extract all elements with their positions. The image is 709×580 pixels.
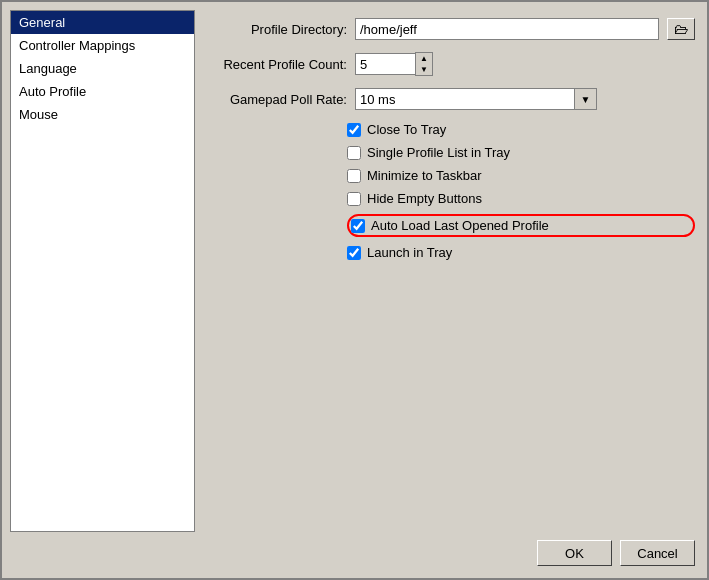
cancel-button[interactable]: Cancel (620, 540, 695, 566)
sidebar-item-language[interactable]: Language (11, 57, 194, 80)
recent-profile-count-row: Recent Profile Count: ▲ ▼ (207, 52, 695, 76)
sidebar-item-mouse[interactable]: Mouse (11, 103, 194, 126)
checkbox-close-to-tray[interactable]: Close To Tray (347, 122, 695, 137)
settings-dialog: General Controller Mappings Language Aut… (0, 0, 709, 580)
gamepad-poll-rate-select[interactable]: 10 ms 20 ms 5 ms 1 ms (355, 88, 575, 110)
profile-directory-label: Profile Directory: (207, 22, 347, 37)
checkbox-launch-in-tray-input[interactable] (347, 246, 361, 260)
sidebar-item-controller-mappings[interactable]: Controller Mappings (11, 34, 194, 57)
spinbox-up-button[interactable]: ▲ (416, 53, 432, 64)
checkbox-close-to-tray-input[interactable] (347, 123, 361, 137)
checkbox-single-profile-list-input[interactable] (347, 146, 361, 160)
checkbox-auto-load-last-opened-label: Auto Load Last Opened Profile (371, 218, 549, 233)
ok-button[interactable]: OK (537, 540, 612, 566)
checkbox-close-to-tray-label: Close To Tray (367, 122, 446, 137)
browse-folder-button[interactable]: 🗁 (667, 18, 695, 40)
sidebar-item-general[interactable]: General (11, 11, 194, 34)
recent-profile-count-spinbox: ▲ ▼ (355, 52, 433, 76)
checkbox-hide-empty-buttons[interactable]: Hide Empty Buttons (347, 191, 695, 206)
checkbox-auto-load-last-opened[interactable]: Auto Load Last Opened Profile (347, 214, 695, 237)
profile-directory-row: Profile Directory: 🗁 (207, 18, 695, 40)
recent-profile-count-label: Recent Profile Count: (207, 57, 347, 72)
checkbox-hide-empty-buttons-label: Hide Empty Buttons (367, 191, 482, 206)
gamepad-poll-rate-row: Gamepad Poll Rate: 10 ms 20 ms 5 ms 1 ms… (207, 88, 695, 110)
checkbox-single-profile-list-label: Single Profile List in Tray (367, 145, 510, 160)
profile-directory-input[interactable] (355, 18, 659, 40)
gamepad-poll-rate-label: Gamepad Poll Rate: (207, 92, 347, 107)
recent-profile-count-input[interactable] (355, 53, 415, 75)
checkbox-minimize-to-taskbar[interactable]: Minimize to Taskbar (347, 168, 695, 183)
dropdown-arrow-icon[interactable]: ▼ (575, 88, 597, 110)
dialog-footer: OK Cancel (10, 532, 699, 570)
dialog-body: General Controller Mappings Language Aut… (10, 10, 699, 532)
folder-icon: 🗁 (674, 21, 688, 37)
checkbox-hide-empty-buttons-input[interactable] (347, 192, 361, 206)
checkboxes-section: Close To Tray Single Profile List in Tra… (347, 122, 695, 260)
checkbox-minimize-to-taskbar-input[interactable] (347, 169, 361, 183)
gamepad-poll-rate-dropdown-wrapper: 10 ms 20 ms 5 ms 1 ms ▼ (355, 88, 597, 110)
sidebar-item-auto-profile[interactable]: Auto Profile (11, 80, 194, 103)
checkbox-single-profile-list[interactable]: Single Profile List in Tray (347, 145, 695, 160)
checkbox-launch-in-tray[interactable]: Launch in Tray (347, 245, 695, 260)
checkbox-auto-load-last-opened-input[interactable] (351, 219, 365, 233)
spinbox-buttons: ▲ ▼ (415, 52, 433, 76)
checkbox-minimize-to-taskbar-label: Minimize to Taskbar (367, 168, 482, 183)
spinbox-down-button[interactable]: ▼ (416, 64, 432, 75)
checkbox-launch-in-tray-label: Launch in Tray (367, 245, 452, 260)
sidebar: General Controller Mappings Language Aut… (10, 10, 195, 532)
main-content: Profile Directory: 🗁 Recent Profile Coun… (203, 10, 699, 532)
